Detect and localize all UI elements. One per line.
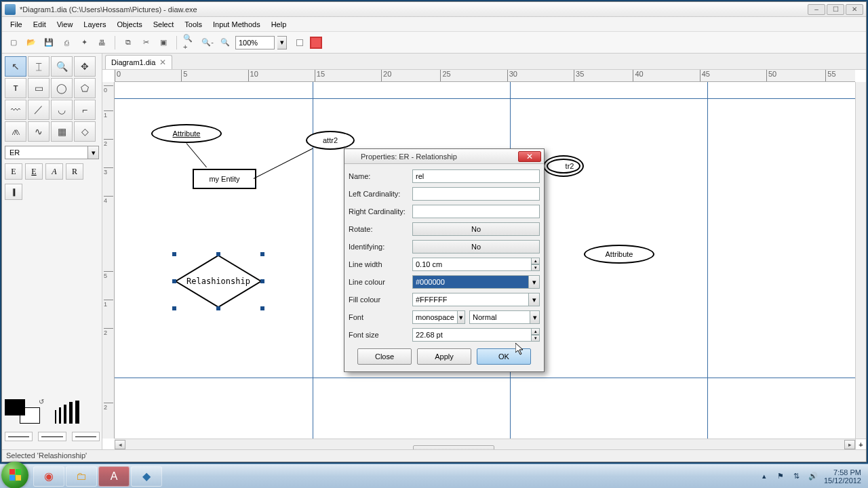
ok-button[interactable]: OK: [477, 348, 531, 365]
menu-tools[interactable]: Tools: [179, 18, 208, 30]
zoom-dropdown-icon[interactable]: ▾: [277, 36, 287, 49]
minimize-button[interactable]: –: [808, 4, 825, 15]
line-width-picker[interactable]: [55, 401, 79, 424]
close-button[interactable]: ✕: [846, 4, 863, 15]
image-tool[interactable]: ▦: [51, 121, 73, 142]
print-icon[interactable]: 🖶: [94, 35, 109, 50]
menu-view[interactable]: View: [52, 18, 79, 30]
new-icon[interactable]: ▢: [6, 35, 21, 50]
fill-colour-value[interactable]: #FFFFFF: [412, 293, 529, 306]
open-icon[interactable]: 📂: [24, 35, 39, 50]
document-tab[interactable]: Diagram1.dia ✕: [105, 55, 172, 69]
menu-file[interactable]: File: [5, 18, 28, 30]
polygon-tool[interactable]: ⬠: [74, 78, 96, 98]
font-family-dropdown-icon[interactable]: ▾: [458, 310, 465, 324]
tray-volume-icon[interactable]: 🔊: [808, 471, 818, 482]
menu-select[interactable]: Select: [148, 18, 180, 30]
maximize-button[interactable]: ☐: [827, 4, 844, 15]
fill-colour-dropdown-icon[interactable]: ▾: [529, 293, 540, 306]
font-size-input[interactable]: [412, 328, 532, 342]
er-entity[interactable]: my Entity: [193, 169, 256, 189]
selection-handle[interactable]: [172, 279, 176, 283]
sheet-dropdown-icon[interactable]: ▾: [88, 146, 99, 159]
menu-objects[interactable]: Objects: [111, 18, 147, 30]
zoom-level-field[interactable]: 100%: [235, 36, 275, 49]
tray-clock[interactable]: 7:58 PM 15/12/2012: [824, 468, 861, 485]
er-attribute[interactable]: attr2: [306, 131, 355, 150]
tray-flag-icon[interactable]: ⚑: [775, 471, 786, 482]
snapgrid-toggle[interactable]: [296, 39, 303, 46]
save-as-icon[interactable]: ⎙: [59, 35, 74, 50]
zoom-tool[interactable]: 🔍: [51, 56, 73, 77]
fg-bg-color-swatch[interactable]: ↺: [5, 399, 43, 425]
er-attribute-tool[interactable]: A: [45, 163, 63, 180]
selection-handle[interactable]: [216, 306, 220, 310]
menu-layers[interactable]: Layers: [78, 18, 111, 30]
swap-colors-icon[interactable]: ↺: [39, 398, 44, 405]
sheet-selector[interactable]: ER ▾: [5, 146, 99, 159]
menu-edit[interactable]: Edit: [28, 18, 52, 30]
taskbar-pdf[interactable]: A: [98, 466, 130, 487]
arrow-start-picker[interactable]: [38, 432, 66, 441]
right-cardinality-input[interactable]: [412, 205, 540, 218]
selection-handle[interactable]: [172, 252, 176, 256]
zigzag-tool[interactable]: ⌐: [74, 100, 96, 120]
er-attribute[interactable]: Attribute: [584, 245, 654, 264]
scroll-tool[interactable]: ✥: [74, 56, 96, 77]
ellipse-tool[interactable]: ◯: [51, 78, 73, 98]
tray-show-hidden-icon[interactable]: ▴: [759, 471, 770, 482]
dialog-titlebar[interactable]: Properties: ER - Relationship ✕: [344, 149, 544, 164]
tray-network-icon[interactable]: ⇅: [791, 471, 802, 482]
identifying-toggle[interactable]: No: [412, 240, 540, 253]
cut-icon[interactable]: ✂: [138, 35, 153, 50]
beziergon-tool[interactable]: ∿: [28, 121, 50, 142]
taskbar-explorer[interactable]: 🗀: [66, 466, 97, 487]
er-relationship-tool[interactable]: R: [66, 163, 83, 180]
dialog-close-button[interactable]: ✕: [518, 151, 541, 162]
polyline-tool[interactable]: ⩕: [5, 121, 26, 142]
start-button[interactable]: [1, 462, 28, 489]
export-icon[interactable]: ✦: [77, 35, 92, 50]
horizontal-scrollbar[interactable]: ◂ ▸: [115, 439, 855, 449]
paste-icon[interactable]: ▣: [156, 35, 171, 50]
taskbar-chrome[interactable]: ◉: [33, 466, 64, 487]
taskbar-dia[interactable]: ◆: [131, 466, 162, 487]
er-attribute[interactable]: Attribute: [151, 124, 222, 143]
font-style-select[interactable]: Normal ▾: [469, 310, 540, 324]
copy-icon[interactable]: ⧉: [121, 35, 136, 50]
selection-handle[interactable]: [260, 279, 264, 283]
line-width-spinner[interactable]: ▴▾: [532, 258, 540, 271]
navigate-all-icon[interactable]: +: [855, 439, 866, 449]
outline-tool[interactable]: ◇: [74, 121, 96, 142]
er-relationship[interactable]: Relashionship: [174, 254, 262, 308]
line-colour-value[interactable]: #000000: [412, 275, 529, 289]
vertical-scrollbar[interactable]: [855, 82, 866, 439]
line-width-input[interactable]: [412, 258, 532, 271]
zoom-out-icon[interactable]: 🔍-: [200, 35, 215, 50]
text-edit-tool[interactable]: ⌶: [28, 56, 50, 77]
er-participation-tool[interactable]: ∥: [5, 184, 22, 200]
rotate-toggle[interactable]: No: [412, 222, 540, 236]
tab-close-icon[interactable]: ✕: [159, 58, 166, 67]
font-style-dropdown-icon[interactable]: ▾: [530, 310, 540, 324]
bezier-tool[interactable]: 〰: [5, 100, 26, 120]
apply-button[interactable]: Apply: [417, 348, 471, 365]
scroll-left-icon[interactable]: ◂: [115, 440, 125, 449]
zoom-in-icon[interactable]: 🔍+: [182, 35, 197, 50]
menu-input-methods[interactable]: Input Methods: [208, 18, 266, 30]
box-tool[interactable]: ▭: [28, 78, 50, 98]
arrow-end-picker[interactable]: [72, 432, 100, 441]
selection-handle[interactable]: [216, 252, 220, 256]
er-entity-tool[interactable]: E: [5, 163, 22, 180]
menu-help[interactable]: Help: [266, 18, 292, 30]
line-tool[interactable]: ／: [28, 100, 50, 120]
selection-handle[interactable]: [260, 306, 264, 310]
line-colour-dropdown-icon[interactable]: ▾: [529, 275, 540, 289]
name-input[interactable]: [412, 169, 540, 183]
pointer-tool[interactable]: ↖: [5, 56, 26, 77]
er-weak-entity-tool[interactable]: E: [25, 163, 43, 180]
object-color-swatch[interactable]: [310, 37, 322, 49]
arc-tool[interactable]: ◡: [51, 100, 73, 120]
font-size-spinner[interactable]: ▴▾: [532, 328, 540, 342]
selection-handle[interactable]: [172, 306, 176, 310]
